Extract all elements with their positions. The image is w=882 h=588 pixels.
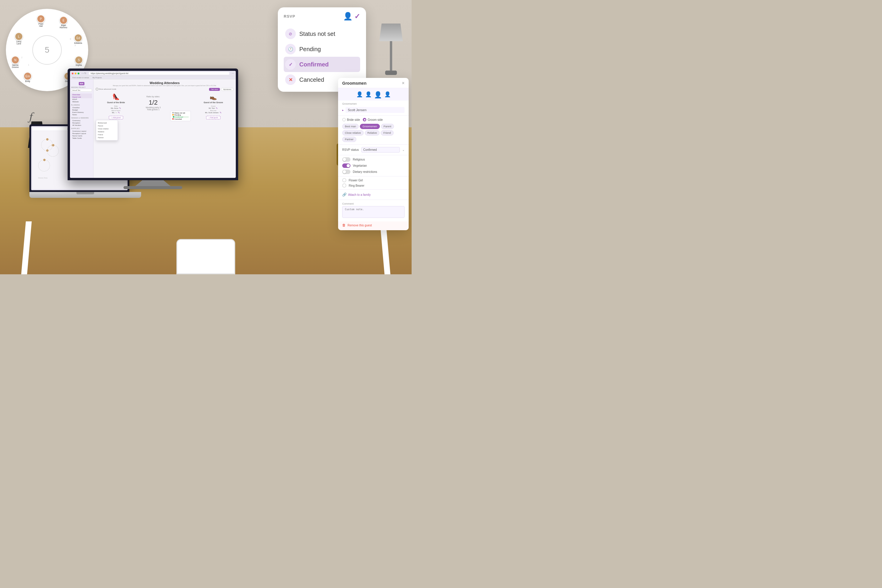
tag-friend[interactable]: Friend [381, 130, 394, 135]
seat-person-edwards: Ed Edwards [74, 34, 82, 44]
tab-view-btn[interactable]: Tab view [209, 88, 220, 91]
show-advanced-row[interactable]: Show advanced mode [96, 88, 116, 90]
groom-side-option[interactable]: Groom side [363, 118, 383, 122]
browser-toolbar: ‹ › ↻ https://planning.wedding/project/g… [70, 71, 236, 76]
sidebar-item-table-cards[interactable]: Table Cards [71, 137, 92, 140]
name-row: ▸ Scott Jensen [338, 106, 409, 114]
sidebar-item-website[interactable]: Website [71, 100, 92, 103]
divider-1 [338, 115, 409, 116]
advanced-mode-checkbox[interactable] [96, 88, 98, 90]
sidebar-item-name-cards[interactable]: Name Cards [71, 135, 92, 137]
add-guest-groom-btn[interactable]: + Add guest [206, 116, 221, 119]
forward-arrow-icon[interactable]: › [83, 72, 84, 75]
bride-side-radio[interactable] [342, 118, 346, 122]
person-name-input[interactable]: Scott Jensen [345, 107, 405, 113]
attach-label[interactable]: Attach to a family [348, 193, 371, 196]
tag-close-relative[interactable]: Close relative [342, 130, 364, 135]
tag-parent[interactable]: Parent [381, 124, 394, 129]
rsvp-option-pending[interactable]: 🕐 Pending [284, 42, 360, 57]
confirmed-row[interactable]: Confirmed [172, 116, 189, 118]
x-icon: ✕ [289, 77, 292, 82]
rsvp-status-select[interactable]: Status not set Pending Confirmed Cancele… [362, 147, 400, 153]
sidebar-item-rsvp[interactable]: RSVP [71, 98, 92, 100]
religious-toggle[interactable] [342, 157, 351, 162]
sidebar-item-reception[interactable]: Reception [71, 122, 92, 124]
sidebar-item-reception-layout[interactable]: Reception Layout [71, 132, 92, 135]
refresh-icon[interactable]: ↻ [84, 72, 86, 75]
tag-partner[interactable]: Partner [342, 137, 356, 142]
tag-best-man[interactable]: Best man [342, 124, 358, 129]
dropdown-parent[interactable]: Parent [96, 124, 118, 127]
bride-edit-icon[interactable]: ✎ [119, 107, 121, 110]
bride-col-title: Guest of the Bride [96, 101, 136, 104]
ratio-section: Ratio by sides: 1/2 Wedding party 3 Tota… [138, 93, 168, 121]
remove-guest-section[interactable]: 🗑 Remove this guest [338, 221, 409, 230]
rsvp-status-label: RSVP status [342, 148, 359, 152]
best-man-name: Ms. Scott Jensen ✎ [193, 111, 233, 114]
maximize-dot[interactable] [78, 73, 80, 74]
browser-menu-icon[interactable]: ⋯ [232, 72, 234, 75]
groom-edit-icon[interactable]: ✎ [216, 107, 218, 110]
minimize-dot[interactable] [75, 73, 76, 74]
lamp-pole [390, 41, 392, 70]
dropdown-relative[interactable]: Relative [96, 130, 118, 133]
sidebar-item-notes[interactable]: Notes [71, 114, 92, 116]
status-not-set-row: Status not set [172, 112, 189, 114]
rsvp-option-confirmed[interactable]: ✓ Confirmed [284, 57, 360, 72]
status-not-set-icon: ⊘ [285, 28, 296, 39]
vegetarian-toggle[interactable] [342, 164, 351, 168]
desk-lamp [379, 24, 403, 75]
maid-edit-icon[interactable]: ✎ [118, 111, 120, 114]
sidebar-item-checklist[interactable]: Checklist [71, 106, 92, 109]
alphabetic-btn[interactable]: Alphabetic [221, 88, 233, 91]
back-arrow-icon[interactable]: ‹ [82, 72, 82, 75]
sidebar-item-budget[interactable]: Budget [71, 109, 92, 111]
guest-type-dropdown[interactable]: Bridesmaid Parent Close relative Relativ… [96, 120, 118, 141]
divider-3 [338, 155, 409, 155]
table-4 [38, 160, 50, 171]
mini-avatar-t4-1 [43, 159, 46, 161]
sidebar-item-all-vendors[interactable]: All Vendors [71, 124, 92, 126]
tag-groomsmen[interactable]: Groomsmen [360, 124, 380, 129]
ring-bearer-checkbox[interactable] [342, 183, 346, 188]
close-dot[interactable] [72, 73, 74, 74]
sidebar-item-event-itinerary[interactable]: Event Itinerary [71, 111, 92, 114]
tag-relative[interactable]: Relative [365, 130, 380, 135]
dropdown-bridesmaid[interactable]: Bridesmaid [96, 122, 118, 124]
sidebar-item-overview[interactable]: Overview [71, 93, 92, 96]
sidebar-item-ceremony-layout[interactable]: Ceremony Layout [71, 130, 92, 132]
topnav-find[interactable]: Find vendor or venue [72, 77, 89, 78]
dance-area-label: Dance Area [38, 177, 47, 179]
add-guest-bride-btn[interactable]: + Add guest [109, 116, 123, 119]
url-bar[interactable]: https://planning.wedding/project/guest-l… [89, 72, 230, 75]
project-selector[interactable]: Anna & Tom [71, 89, 92, 92]
comment-textarea[interactable] [342, 206, 405, 218]
seat-person-leroy: L Leroy Lane [15, 32, 23, 45]
bride-side-option[interactable]: Bride side [342, 118, 360, 122]
person-silhouette-icon: 👤 [343, 12, 352, 21]
dropdown-friend[interactable]: Friend [96, 133, 118, 136]
ring-bearer-label: Ring Bearer [349, 184, 364, 187]
monitor-rsvp-dropdown[interactable]: Status not set Pending Confirmed [170, 111, 191, 121]
rsvp-label: RSVP [284, 14, 295, 18]
remove-label[interactable]: Remove this guest [348, 224, 372, 227]
name-arrow-icon: ▸ [342, 108, 344, 112]
attach-family-row[interactable]: 🔗 Attach to a family [338, 191, 409, 198]
dropdown-partner[interactable]: Partner [96, 136, 118, 139]
comment-label: Comment [342, 202, 405, 205]
topnav-projects[interactable]: My Projects [93, 77, 102, 78]
avatar-leroy: L [15, 32, 23, 40]
sidebar-item-ceremony[interactable]: Ceremony [71, 119, 92, 122]
panel-close-button[interactable]: × [402, 81, 405, 86]
dropdown-close-relative[interactable]: Close relative [96, 127, 118, 130]
seat-person-emily: Em Emily [24, 72, 32, 82]
rsvp-option-status-not-set[interactable]: ⊘ Status not set [284, 26, 360, 42]
avatar-edwards: Ed [74, 34, 82, 42]
lamp-shade [379, 24, 403, 41]
groom-side-radio[interactable] [363, 118, 366, 122]
sidebar-item-guest-list[interactable]: Guest List [71, 96, 92, 98]
flower-girl-checkbox[interactable] [342, 178, 346, 182]
best-man-edit-icon[interactable]: ✎ [220, 111, 222, 114]
toggle-knob-dietary [343, 170, 346, 174]
dietary-toggle[interactable] [342, 170, 351, 174]
